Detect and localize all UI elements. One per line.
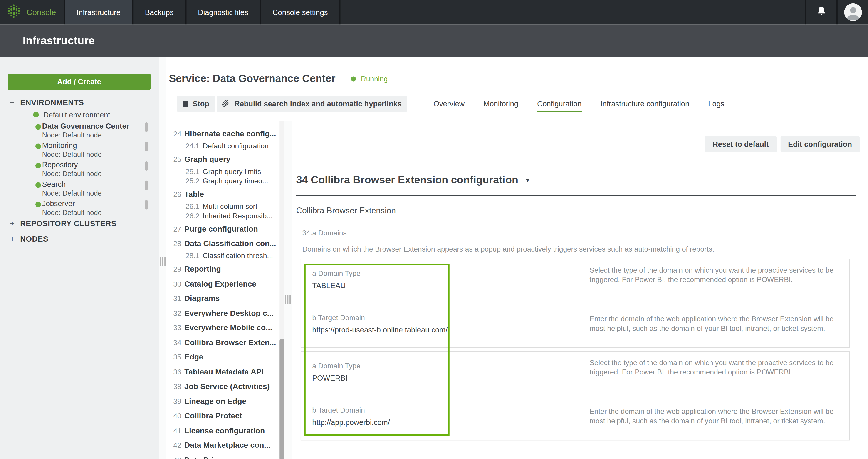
service-tab[interactable]: Overview [433,96,465,112]
domain-entries: a Domain Type TABLEAU b Target Domain ht… [301,259,850,444]
sidebar-section-environments[interactable]: − ENVIRONMENTS [10,98,84,107]
service-header: Service: Data Governance Center Running [169,72,388,85]
config-nav-item[interactable]: 38 Job Service (Activities) [173,381,279,392]
navbar-tab[interactable]: Backups [133,0,186,24]
target-domain-field: b Target Domain http://app.powerbi.com/ [312,406,390,427]
config-nav-item[interactable]: 26 Table [173,189,279,199]
reset-to-default-button[interactable]: Reset to default [705,136,776,152]
config-nav-item[interactable]: 26.1 Multi-column sort [173,201,279,211]
stop-button[interactable]: Stop [177,96,215,112]
console-brand[interactable]: Console [0,0,65,24]
stop-icon [183,101,188,107]
config-nav-item[interactable]: 28 Data Classification con... [173,238,279,249]
tree-item-service[interactable]: Repository Node: Default node [0,161,159,180]
group-description: Domains on which the Browser Extension a… [302,245,846,254]
section-divider [296,195,856,196]
config-nav-resize-handle[interactable] [284,121,292,459]
config-nav-item[interactable]: 29 Reporting [173,264,279,274]
section-heading[interactable]: 34 Collibra Browser Extension configurat… [296,173,530,187]
config-nav-item[interactable]: 28.1 Classification thresh... [173,251,279,260]
domain-entry-row: a Domain Type POWERBI b Target Domain ht… [301,351,850,440]
sidebar-resize-handle[interactable] [159,57,166,459]
config-nav-item[interactable]: 32 Everywhere Desktop c... [173,308,279,318]
user-avatar [844,3,862,21]
config-nav-item[interactable]: 43 Data Privacy [173,455,279,459]
config-section-nav: 24 Hibernate cache config... 24.1 Defaul… [169,121,280,459]
target-domain-help-text: Enter the domain of the web application … [590,407,843,425]
console-app: Console Infrastructure Backups Diagnosti… [0,0,868,459]
config-nav-item[interactable]: 25.2 Graph query timeo... [173,176,279,185]
domain-entry-help: Select the type of the domain on which y… [590,352,843,440]
page-header: Infrastructure [0,24,868,57]
config-nav-item[interactable]: 27 Purge configuration [173,224,279,234]
service-tabs: Overview Monitoring Configuration Infras… [433,96,724,112]
domain-entry-fields: a Domain Type TABLEAU b Target Domain ht… [312,259,578,347]
tree-item-service[interactable]: Search Node: Default node [0,180,159,199]
rebuild-search-index-button[interactable]: Rebuild search index and automatic hyper… [217,96,407,112]
collapse-icon: − [24,110,29,119]
service-tab[interactable]: Logs [708,96,724,112]
subsection-title: Collibra Browser Extension [296,205,396,216]
brand-label: Console [27,8,56,17]
domain-entry-fields: a Domain Type POWERBI b Target Domain ht… [312,352,578,440]
service-drag-pill [145,200,148,209]
domain-entry-help: Select the type of the domain on which y… [590,259,843,347]
group-label: 34.a Domains [302,229,347,238]
collapse-icon: − [10,98,14,107]
service-list: Data Governance Center Node: Default nod… [0,122,159,219]
config-nav-item[interactable]: 39 Lineage on Edge [173,396,279,406]
domain-type-field: a Domain Type TABLEAU [312,269,361,290]
expand-icon: + [10,234,14,243]
paperclip-icon [222,99,229,108]
edit-configuration-button[interactable]: Edit configuration [780,136,860,152]
tree-item-default-environment[interactable]: − Default environment [24,110,110,119]
main-panel: Service: Data Governance Center Running … [166,57,868,459]
page-title: Infrastructure [0,24,868,47]
config-nav-item[interactable]: 36 Tableau Metadata API [173,367,279,377]
status-dot-green [33,112,39,117]
grip-icon [287,295,288,304]
service-tab[interactable]: Monitoring [484,96,518,112]
config-nav-item[interactable]: 42 Data Marketplace con... [173,440,279,450]
domain-type-field: a Domain Type POWERBI [312,362,361,383]
sidebar-section-repository-clusters[interactable]: + REPOSITORY CLUSTERS [10,219,117,228]
service-drag-pill [145,142,148,151]
running-dot-icon [351,76,356,81]
chevron-down-icon: ▼ [525,177,530,183]
navbar-spacer [341,0,805,24]
scrollbar-thumb[interactable] [279,339,284,459]
navbar-tab[interactable]: Infrastructure [65,0,133,24]
status-dot-green [35,182,41,188]
top-navbar: Console Infrastructure Backups Diagnosti… [0,0,868,24]
domain-entry-row: a Domain Type TABLEAU b Target Domain ht… [301,259,850,348]
tree-item-service[interactable]: Jobserver Node: Default node [0,200,159,219]
config-nav-item[interactable]: 41 License configuration [173,425,279,436]
target-domain-help-text: Enter the domain of the web application … [590,315,843,333]
status-dot-green [35,143,41,149]
sidebar-section-nodes[interactable]: + NODES [10,234,49,243]
service-title: Service: Data Governance Center [169,72,336,85]
config-nav-scrollbar[interactable] [279,121,284,459]
status-badge: Running [351,75,388,83]
config-nav-item[interactable]: 25.1 Graph query limits [173,167,279,176]
config-nav-item[interactable]: 35 Edge [173,352,279,362]
config-nav-item[interactable]: 34 Collibra Browser Exten... [173,337,279,348]
service-tab[interactable]: Configuration [537,96,582,112]
navbar-tab[interactable]: Console settings [261,0,341,24]
collibra-logo-icon [6,3,22,21]
config-nav-item[interactable]: 33 Everywhere Mobile co... [173,322,279,333]
config-nav-item[interactable]: 26.2 Inherited Responsib... [173,211,279,220]
user-menu[interactable] [836,0,868,24]
config-nav-item[interactable]: 25 Graph query [173,154,279,164]
tree-item-service[interactable]: Data Governance Center Node: Default nod… [0,122,159,141]
config-nav-item[interactable]: 24.1 Default configuration [173,141,279,150]
notifications-button[interactable] [805,0,836,24]
navbar-tab[interactable]: Diagnostic files [186,0,261,24]
config-nav-item[interactable]: 40 Collibra Protect [173,410,279,421]
tree-item-service[interactable]: Monitoring Node: Default node [0,141,159,161]
config-nav-item[interactable]: 31 Diagrams [173,293,279,304]
service-tab[interactable]: Infrastructure configuration [600,96,689,112]
domain-type-help-text: Select the type of the domain on which y… [590,266,843,284]
config-nav-item[interactable]: 30 Catalog Experience [173,278,279,289]
config-nav-item[interactable]: 24 Hibernate cache config... [173,128,279,139]
